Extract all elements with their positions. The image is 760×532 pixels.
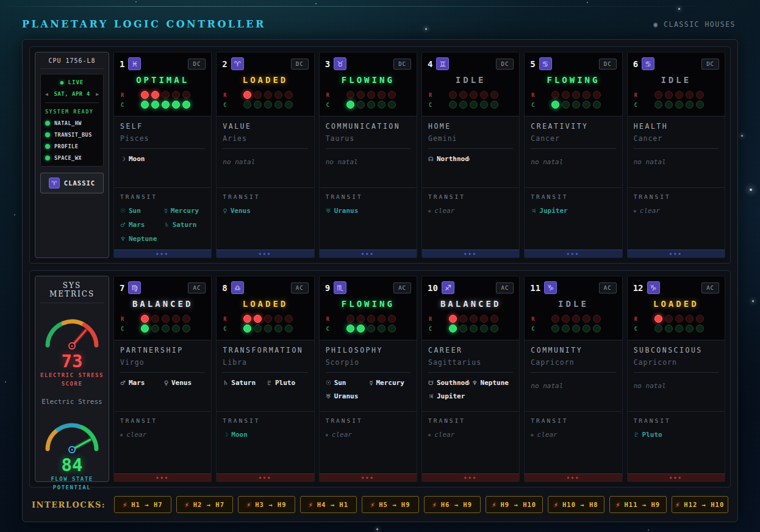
status-label: BALANCED (428, 299, 514, 309)
resistance-led (480, 315, 488, 323)
conductivity-led (480, 325, 488, 332)
conductivity-leds (449, 101, 498, 109)
planet-item: ☉Sun (326, 379, 367, 387)
conductivity-led (593, 101, 601, 109)
lightning-bolt-icon: ⚡ (309, 501, 313, 508)
card-footer-bar: ▪▪▪ (217, 250, 314, 257)
card-natal-section: PARTNERSHIP Virgo ♂Mars♀Venus (114, 340, 211, 411)
card-natal-section: TRANSFORMATION Libra ♄Saturn♇Pluto (217, 340, 314, 411)
natal-planet-list: ☋Southnode♆Neptune♃Jupiter (428, 379, 513, 400)
resistance-led (562, 91, 570, 99)
transit-clear-note: ●clear (634, 207, 719, 215)
resistance-led (388, 315, 396, 323)
divider (45, 102, 99, 103)
resistance-led (572, 315, 580, 323)
house-card: 12 ♑ AC LOADED R C SUBCONSCIOUS Capricor… (627, 276, 725, 482)
clear-dot-icon: ● (634, 209, 636, 214)
conductivity-led (243, 325, 251, 332)
conductivity-led-label: C (326, 102, 332, 108)
house-name: CAREER (428, 346, 513, 354)
lightning-bolt-icon: ⚡ (185, 501, 189, 508)
card-footer-bar: ▪▪▪ (628, 473, 725, 481)
uranus-glyph-icon: ♅ (326, 393, 331, 400)
card-transit-section: TRANSIT ●clear (422, 187, 519, 250)
conductivity-led (162, 325, 170, 332)
conductivity-led-label: C (223, 102, 229, 108)
interlock-button[interactable]: ⚡ H9 → H10 (486, 496, 542, 513)
interlock-link-text: H11 → H9 (625, 501, 661, 508)
conductivity-led (490, 101, 498, 109)
card-transit-section: TRANSIT ♅Uranus (320, 187, 417, 250)
conductivity-leds (551, 325, 601, 332)
check-label: SPACE_WX (54, 155, 82, 161)
transit-planet-list: ☽Moon (223, 431, 307, 439)
interlock-button[interactable]: ⚡ H4 → H1 (300, 496, 357, 513)
house-card: 10 ♐ AC BALANCED R C CAREER Sagittarius … (421, 276, 520, 482)
status-label: LOADED (222, 299, 308, 309)
conductivity-led (480, 101, 488, 109)
planet-name: Moon (129, 155, 145, 163)
houses-row-2: SYS METRICS 73ELECTRIC STRESSSCORE Elect… (29, 270, 731, 487)
planet-item: ♅Uranus (326, 207, 367, 215)
divider (120, 148, 205, 149)
interlock-button[interactable]: ⚡ H3 → H9 (238, 496, 295, 513)
sign-name: Capricorn (531, 358, 615, 367)
resistance-led (172, 315, 180, 323)
classic-mode-label: CLASSIC (64, 179, 95, 187)
resistance-leds (654, 315, 704, 323)
star-dot (752, 300, 754, 302)
sun-glyph-icon: ☉ (120, 207, 126, 214)
status-dot-icon (45, 144, 50, 149)
card-natal-section: HEALTH Cancer no natal (628, 117, 725, 187)
card-natal-section: VALUE Aries no natal (217, 117, 314, 187)
status-label: FLOWING (530, 75, 616, 85)
planet-item: ♀Venus (223, 207, 264, 215)
conductivity-led (172, 101, 180, 109)
card-transit-section: TRANSIT ♀Venus (217, 187, 314, 250)
zodiac-sign-icon: ♓ (128, 57, 141, 70)
interlock-button[interactable]: ⚡ H5 → H9 (362, 496, 418, 513)
conductivity-led (346, 325, 354, 332)
conductivity-leds (141, 325, 190, 332)
resistance-led (378, 91, 385, 99)
clear-text: clear (434, 431, 454, 439)
card-transit-section: TRANSIT ♃Jupiter (525, 187, 622, 250)
resistance-leds (551, 315, 601, 323)
planet-item: ♄Saturn (164, 221, 206, 229)
interlock-button[interactable]: ⚡ H1 → H7 (114, 496, 171, 513)
zodiac-sign-icon: ♍ (128, 281, 141, 294)
lightning-bolt-icon: ⚡ (675, 501, 679, 508)
card-transit-section: TRANSIT ♇Pluto (628, 411, 725, 473)
planet-name: Sun (129, 207, 141, 215)
electric-stress-gauge: 73ELECTRIC STRESSSCORE (40, 303, 104, 388)
clear-text: clear (126, 431, 146, 439)
moon-glyph-icon: ☽ (120, 156, 126, 162)
planet-name: Uranus (334, 392, 359, 400)
resistance-leds (449, 315, 498, 323)
interlock-button[interactable]: ⚡ H12 → H10 (672, 496, 728, 513)
card-transit-section: TRANSIT ●clear (114, 411, 211, 473)
resistance-led-label: R (121, 92, 127, 98)
interlock-button[interactable]: ⚡ H11 → H9 (609, 496, 666, 513)
house-number: 7 (120, 283, 124, 293)
resistance-led (182, 315, 190, 323)
conductivity-leds (654, 101, 704, 109)
conductivity-leds (346, 325, 396, 332)
clear-dot-icon: ● (428, 209, 431, 214)
interlock-button[interactable]: ⚡ H2 → H7 (176, 496, 233, 513)
conductivity-led (686, 101, 694, 109)
prev-day-button[interactable]: ◀ (45, 92, 48, 97)
status-label: IDLE (633, 75, 719, 85)
next-day-button[interactable]: ▶ (96, 92, 99, 97)
interlock-button[interactable]: ⚡ H6 → H9 (424, 496, 481, 513)
classic-mode-button[interactable]: ♈ CLASSIC (40, 173, 104, 193)
resistance-led (572, 91, 580, 99)
no-natal-note: no natal (634, 382, 666, 390)
house-number: 1 (120, 59, 124, 69)
transit-label: TRANSIT (326, 417, 410, 424)
interlock-button[interactable]: ⚡ H10 → H8 (548, 496, 604, 513)
status-label: FLOWING (325, 299, 411, 309)
house-name: SUBCONSCIOUS (634, 346, 719, 354)
planet-item: ♃Jupiter (531, 207, 572, 215)
lightning-bolt-icon: ⚡ (370, 501, 375, 508)
